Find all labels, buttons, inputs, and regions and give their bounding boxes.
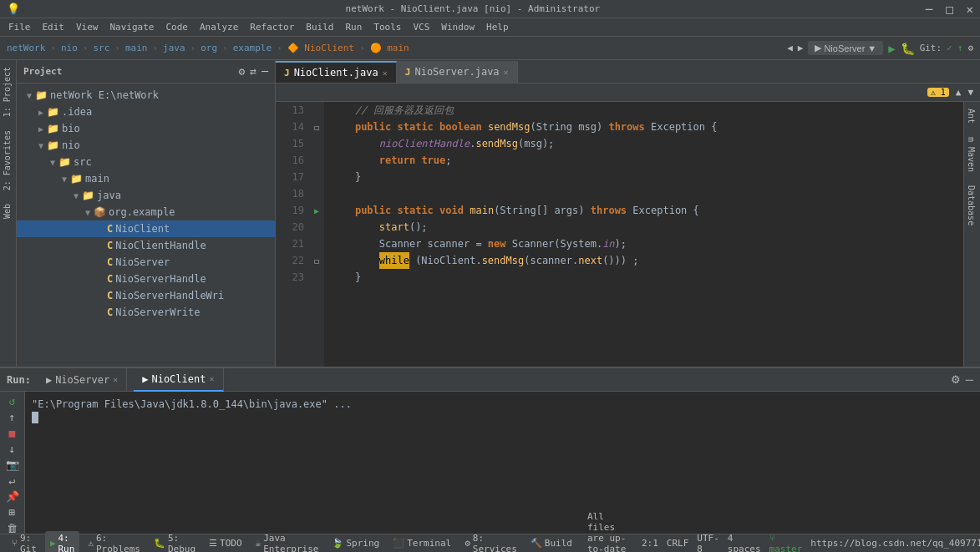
code-editor[interactable]: 13 14 15 16 17 18 19 20 21 22 23 ◻ (276, 102, 963, 367)
maximize-btn[interactable]: □ (946, 3, 952, 16)
nav-back[interactable]: ◀ (787, 43, 793, 53)
tree-item-idea[interactable]: ▶ 📁 .idea (17, 104, 275, 120)
menu-tools[interactable]: Tools (368, 20, 406, 34)
gutter: ◻ ▶ ◻ (309, 102, 324, 367)
tree-item-nioserverhandle[interactable]: C NioServerHandle (17, 271, 275, 287)
menu-code[interactable]: Code (160, 20, 193, 34)
bottom-tab-nioserver[interactable]: ▶ NioServer ✕ (38, 368, 127, 392)
right-tab-ant[interactable]: Ant (964, 102, 980, 130)
screenshot-btn[interactable]: 📷 (3, 458, 23, 471)
menu-vcs[interactable]: VCS (408, 20, 434, 34)
tree-arrow-src: ▼ (47, 158, 58, 167)
scroll-down-btn[interactable]: ↓ (3, 443, 23, 455)
vert-tab-web[interactable]: Web (0, 197, 16, 225)
status-tab-spring[interactable]: 🍃 Spring (327, 536, 384, 550)
status-charset[interactable]: UTF-8 (697, 533, 719, 553)
bottom-tab-nioserver-close[interactable]: ✕ (113, 375, 118, 384)
status-position[interactable]: 2:1 (642, 538, 658, 549)
right-tab-maven[interactable]: m Maven (964, 130, 980, 179)
sidebar-collapse-icon[interactable]: ─ (262, 65, 268, 78)
code-content[interactable]: // 回服务器及返回包 public static boolean sendMs… (324, 102, 963, 367)
nav-network[interactable]: netWork (7, 43, 45, 53)
code-line-20: start (); (331, 219, 957, 235)
status-tab-java-enterprise[interactable]: ☕ Java Enterprise (251, 531, 324, 553)
tree-item-root[interactable]: ▼ 📁 netWork E:\netWork (17, 87, 275, 104)
menu-view[interactable]: View (71, 20, 104, 34)
tree-item-nioserverhandlewri[interactable]: C NioServerHandleWri (17, 287, 275, 304)
status-crlf[interactable]: CRLF (667, 538, 689, 549)
pin-btn[interactable]: 📌 (3, 490, 23, 503)
run-btn[interactable]: ▶ (888, 42, 895, 55)
nav-example[interactable]: example (233, 43, 272, 53)
settings-btn[interactable]: ⚙ (967, 43, 973, 53)
gutter-19[interactable]: ▶ (309, 202, 324, 219)
close-btn[interactable]: ✕ (967, 3, 973, 16)
tree-item-nioclient[interactable]: C NioClient (17, 220, 275, 237)
menu-window[interactable]: Window (436, 20, 480, 34)
menu-file[interactable]: File (3, 20, 36, 34)
nav-java[interactable]: java (163, 43, 185, 53)
nav-nio[interactable]: nio (61, 43, 78, 53)
scroll-up-btn[interactable]: ↑ (3, 411, 23, 423)
expand-btn[interactable]: ⊞ (3, 506, 23, 519)
right-tab-database[interactable]: Database (964, 179, 980, 232)
status-tab-todo[interactable]: ☰ TODO (204, 536, 247, 550)
rerun-btn[interactable]: ↺ (3, 395, 23, 408)
tab-nioserver[interactable]: J NioServer.java ✕ (397, 61, 518, 83)
nav-org[interactable]: org (201, 43, 217, 53)
tree-item-nio[interactable]: ▼ 📁 nio (17, 137, 275, 154)
run-config-selector[interactable]: ▶ NioServer ▼ (808, 41, 883, 55)
menu-run[interactable]: Run (340, 20, 367, 34)
minimize-btn[interactable]: ─ (926, 3, 932, 16)
code-line-21: Scanner scanner = new Scanner(System. in… (331, 235, 957, 252)
nav-main-method[interactable]: 🟠 main (370, 43, 409, 53)
tree-item-src[interactable]: ▼ 📁 src (17, 154, 275, 170)
nav-forward[interactable]: ▶ (798, 43, 804, 53)
menu-analyze[interactable]: Analyze (195, 20, 243, 34)
tree-item-nioserver[interactable]: C NioServer (17, 254, 275, 271)
tab-close-nioserver[interactable]: ✕ (504, 68, 509, 77)
git-check[interactable]: ✓ (947, 43, 952, 53)
info-up-icon[interactable]: ▲ (956, 87, 962, 98)
status-branch[interactable]: ⑂ master (769, 533, 803, 553)
menu-refactor[interactable]: Refactor (245, 20, 299, 34)
tree-item-org[interactable]: ▼ 📦 org.example (17, 204, 275, 220)
tree-item-main[interactable]: ▼ 📁 main (17, 170, 275, 187)
menu-edit[interactable]: Edit (38, 20, 70, 34)
bottom-tab-nioclient[interactable]: ▶ NioClient ✕ (134, 368, 223, 392)
info-down-icon[interactable]: ▼ (967, 87, 973, 98)
sidebar-settings-icon[interactable]: ⚙ (239, 65, 246, 78)
bottom-close-btn[interactable]: ─ (966, 373, 973, 386)
menu-help[interactable]: Help (481, 20, 514, 34)
stop-btn[interactable]: ■ (3, 427, 23, 439)
vert-tab-structure[interactable]: 2: Favorites (0, 124, 16, 197)
debug-btn[interactable]: 🐛 (901, 42, 915, 55)
tree-item-bio[interactable]: ▶ 📁 bio (17, 120, 275, 137)
vert-tab-project[interactable]: 1: Project (0, 60, 16, 124)
tab-close-nioclient[interactable]: ✕ (383, 68, 388, 78)
wrap-btn[interactable]: ↵ (3, 474, 23, 487)
bottom-tab-nioclient-close[interactable]: ✕ (209, 374, 214, 383)
menu-build[interactable]: Build (301, 20, 338, 34)
status-indent[interactable]: 4 spaces (728, 533, 761, 553)
tab-nioclient[interactable]: J NioClient.java ✕ (276, 61, 397, 83)
status-tab-problems[interactable]: ⚠ 6: Problems (83, 531, 145, 553)
git-push[interactable]: ↑ (957, 43, 963, 53)
sidebar-sync-icon[interactable]: ⇄ (250, 65, 256, 78)
status-tab-debug[interactable]: 🐛 5: Debug (149, 531, 201, 553)
bottom-settings-btn[interactable]: ⚙ (951, 373, 961, 386)
tree-item-java-folder[interactable]: ▼ 📁 java (17, 187, 275, 204)
nav-src[interactable]: src (93, 43, 109, 53)
status-tab-build[interactable]: 🔨 Build (526, 536, 577, 550)
nav-nioclient[interactable]: 🔶 NioClient (287, 43, 354, 53)
terminal-area[interactable]: "E:\Program Files\Java\jdk1.8.0_144\bin\… (25, 392, 980, 534)
status-tab-git[interactable]: ⑂ 9: Git (7, 531, 42, 553)
status-csdn[interactable]: https://blog.csdn.net/qq_40977118 (810, 538, 980, 549)
status-tab-run[interactable]: ▶ 4: Run (45, 531, 80, 553)
menu-navigate[interactable]: Navigate (105, 20, 160, 34)
tree-item-nioclienthandle[interactable]: C NioClientHandle (17, 237, 275, 254)
nav-main[interactable]: main (125, 43, 148, 53)
status-tab-services[interactable]: ⚙ 8: Services (460, 531, 522, 553)
status-tab-terminal[interactable]: ⬛ Terminal (388, 536, 456, 550)
tree-item-nioserverwrite[interactable]: C NioServerWrite (17, 304, 275, 321)
